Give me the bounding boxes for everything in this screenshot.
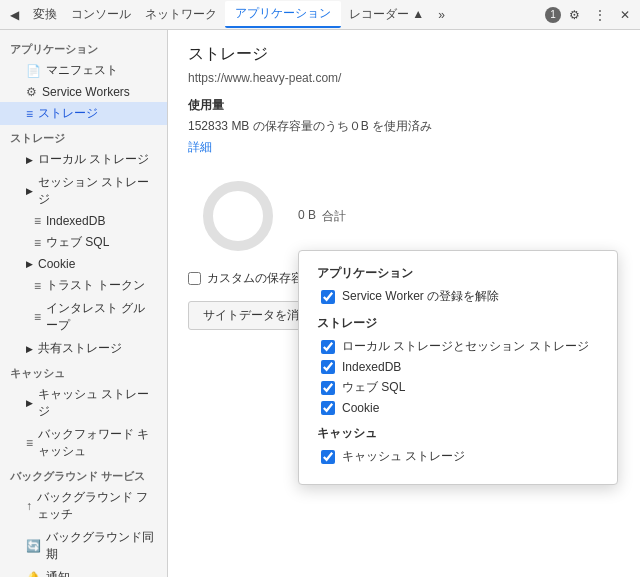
local-session-checkbox[interactable] bbox=[321, 340, 335, 354]
expand-icon2: ▶ bbox=[26, 186, 33, 196]
indexeddb-label: IndexedDB bbox=[46, 214, 105, 228]
websql-popup-label: ウェブ SQL bbox=[342, 379, 405, 396]
service-workers-label: Service Workers bbox=[42, 85, 130, 99]
back-forward-label: バックフォワード キャッシュ bbox=[38, 426, 157, 460]
indexeddb-popup-checkbox[interactable] bbox=[321, 360, 335, 374]
popup-panel: アプリケーション Service Worker の登録を解除 ストレージ ローカ… bbox=[298, 250, 618, 485]
details-link[interactable]: 詳細 bbox=[188, 139, 212, 156]
recorder-tab[interactable]: レコーダー ▲ bbox=[343, 3, 430, 26]
notifications-icon: 🔔 bbox=[26, 571, 41, 578]
cookie-popup-checkbox[interactable] bbox=[321, 401, 335, 415]
sidebar-item-service-workers[interactable]: ⚙ Service Workers bbox=[0, 82, 167, 102]
sidebar-item-websql[interactable]: ≡ ウェブ SQL bbox=[0, 231, 167, 254]
cache-storage-popup-label: キャッシュ ストレージ bbox=[342, 448, 465, 465]
usage-section-header: 使用量 bbox=[188, 97, 620, 114]
popup-cache-section: キャッシュ bbox=[317, 425, 599, 442]
popup-service-worker-row: Service Worker の登録を解除 bbox=[317, 288, 599, 305]
sidebar-item-indexeddb[interactable]: ≡ IndexedDB bbox=[0, 211, 167, 231]
shared-storage-icon: ▶ bbox=[26, 344, 33, 354]
bg-sync-label: バックグラウンド同期 bbox=[46, 529, 157, 563]
service-worker-label: Service Worker の登録を解除 bbox=[342, 288, 499, 305]
popup-cookie-row: Cookie bbox=[317, 401, 599, 415]
bg-sync-icon: 🔄 bbox=[26, 539, 41, 553]
storage-icon: ≡ bbox=[26, 107, 33, 121]
storage-section-label: ストレージ bbox=[0, 125, 167, 148]
storage-label: ストレージ bbox=[38, 105, 98, 122]
sidebar-item-shared-storage[interactable]: ▶ 共有ストレージ bbox=[0, 337, 167, 360]
websql-icon: ≡ bbox=[34, 236, 41, 250]
popup-local-session-row: ローカル ストレージとセッション ストレージ bbox=[317, 338, 599, 355]
usage-text: 152833 MB の保存容量のうち０B を使用済み bbox=[188, 118, 620, 135]
sidebar-item-manifest[interactable]: 📄 マニフェスト bbox=[0, 59, 167, 82]
count-badge: 1 bbox=[545, 7, 561, 23]
back-button[interactable]: ◀ bbox=[4, 5, 25, 25]
indexeddb-popup-label: IndexedDB bbox=[342, 360, 401, 374]
bg-services-section-label: バックグラウンド サービス bbox=[0, 463, 167, 486]
sidebar-item-cache-storage[interactable]: ▶ キャッシュ ストレージ bbox=[0, 383, 167, 423]
simulate-checkbox[interactable] bbox=[188, 272, 201, 285]
more-tabs-button[interactable]: » bbox=[432, 5, 451, 25]
expand-icon: ▶ bbox=[26, 155, 33, 165]
cache-storage-expand: ▶ bbox=[26, 398, 33, 408]
bg-fetch-label: バックグラウンド フェッチ bbox=[37, 489, 157, 523]
application-tab[interactable]: アプリケーション bbox=[225, 1, 341, 28]
cookie-expand-icon: ▶ bbox=[26, 259, 33, 269]
chart-value-label: 0 B 合計 bbox=[298, 208, 346, 225]
chart-row: 0 B 合計 bbox=[198, 176, 620, 256]
cache-storage-label: キャッシュ ストレージ bbox=[38, 386, 157, 420]
content-area: ストレージ https://www.heavy-peat.com/ 使用量 15… bbox=[168, 30, 640, 577]
cache-storage-popup-checkbox[interactable] bbox=[321, 450, 335, 464]
popup-app-section: アプリケーション bbox=[317, 265, 599, 282]
sidebar-item-session-storage[interactable]: ▶ セッション ストレージ bbox=[0, 171, 167, 211]
chart-labels: 0 B 合計 bbox=[298, 208, 346, 225]
page-title: ストレージ bbox=[188, 44, 620, 65]
more-options-button[interactable]: ⋮ bbox=[588, 5, 612, 25]
popup-websql-row: ウェブ SQL bbox=[317, 379, 599, 396]
bg-fetch-icon: ↑ bbox=[26, 499, 32, 513]
sidebar: アプリケーション 📄 マニフェスト ⚙ Service Workers ≡ スト… bbox=[0, 30, 168, 577]
shared-storage-label: 共有ストレージ bbox=[38, 340, 122, 357]
sidebar-item-storage[interactable]: ≡ ストレージ bbox=[0, 102, 167, 125]
trust-token-label: トラスト トークン bbox=[46, 277, 145, 294]
console-tab[interactable]: コンソール bbox=[65, 3, 137, 26]
service-worker-checkbox[interactable] bbox=[321, 290, 335, 304]
session-storage-label: セッション ストレージ bbox=[38, 174, 157, 208]
sidebar-item-bg-sync[interactable]: 🔄 バックグラウンド同期 bbox=[0, 526, 167, 566]
close-button[interactable]: ✕ bbox=[614, 5, 636, 25]
app-section-label: アプリケーション bbox=[0, 36, 167, 59]
local-session-label: ローカル ストレージとセッション ストレージ bbox=[342, 338, 589, 355]
interest-group-icon: ≡ bbox=[34, 310, 41, 324]
sidebar-item-trust-token[interactable]: ≡ トラスト トークン bbox=[0, 274, 167, 297]
sidebar-item-notifications[interactable]: 🔔 通知 bbox=[0, 566, 167, 577]
websql-label: ウェブ SQL bbox=[46, 234, 109, 251]
service-workers-icon: ⚙ bbox=[26, 85, 37, 99]
donut-chart bbox=[198, 176, 278, 256]
manifest-label: マニフェスト bbox=[46, 62, 118, 79]
interest-group-label: インタレスト グループ bbox=[46, 300, 157, 334]
network-tab[interactable]: ネットワーク bbox=[139, 3, 223, 26]
notifications-label: 通知 bbox=[46, 569, 70, 577]
sidebar-item-back-forward[interactable]: ≡ バックフォワード キャッシュ bbox=[0, 423, 167, 463]
toolbar: ◀ 変換 コンソール ネットワーク アプリケーション レコーダー ▲ » 1 ⚙… bbox=[0, 0, 640, 30]
transform-tab[interactable]: 変換 bbox=[27, 3, 63, 26]
popup-storage-section: ストレージ bbox=[317, 315, 599, 332]
trust-token-icon: ≡ bbox=[34, 279, 41, 293]
manifest-icon: 📄 bbox=[26, 64, 41, 78]
popup-indexeddb-row: IndexedDB bbox=[317, 360, 599, 374]
sidebar-item-local-storage[interactable]: ▶ ローカル ストレージ bbox=[0, 148, 167, 171]
main-layout: アプリケーション 📄 マニフェスト ⚙ Service Workers ≡ スト… bbox=[0, 30, 640, 577]
svg-point-0 bbox=[208, 186, 268, 246]
popup-cache-storage-row: キャッシュ ストレージ bbox=[317, 448, 599, 465]
back-forward-icon: ≡ bbox=[26, 436, 33, 450]
content-url: https://www.heavy-peat.com/ bbox=[188, 71, 620, 85]
sidebar-item-interest-group[interactable]: ≡ インタレスト グループ bbox=[0, 297, 167, 337]
local-storage-label: ローカル ストレージ bbox=[38, 151, 149, 168]
cookie-label: Cookie bbox=[38, 257, 75, 271]
indexeddb-icon: ≡ bbox=[34, 214, 41, 228]
settings-button[interactable]: ⚙ bbox=[563, 5, 586, 25]
websql-popup-checkbox[interactable] bbox=[321, 381, 335, 395]
sidebar-item-bg-fetch[interactable]: ↑ バックグラウンド フェッチ bbox=[0, 486, 167, 526]
cookie-popup-label: Cookie bbox=[342, 401, 379, 415]
sidebar-item-cookie[interactable]: ▶ Cookie bbox=[0, 254, 167, 274]
cache-section-label: キャッシュ bbox=[0, 360, 167, 383]
